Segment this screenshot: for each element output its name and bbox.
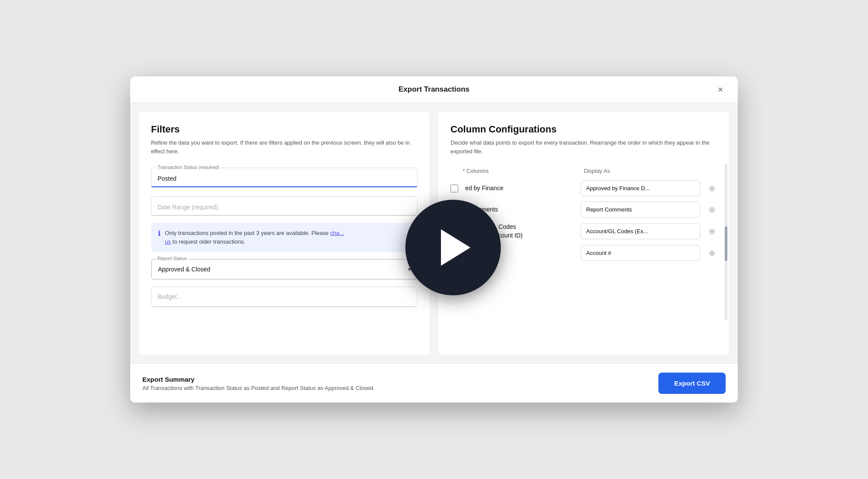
budget-input[interactable] — [151, 287, 417, 307]
export-csv-button[interactable]: Export CSV — [658, 373, 726, 394]
col-display-comments[interactable] — [581, 202, 700, 218]
transaction-status-field: Transaction Status (required) — [151, 168, 418, 188]
col-display-gl[interactable] — [581, 223, 700, 239]
scrollbar-track — [725, 164, 727, 320]
export-transactions-modal: Export Transactions × Filters Refine the… — [130, 76, 738, 403]
transaction-status-input[interactable] — [151, 168, 417, 187]
date-range-field — [151, 196, 418, 216]
drag-handle-icon[interactable]: ⊕ — [707, 182, 717, 195]
transaction-status-label: Transaction Status (required) — [156, 165, 221, 170]
col-display-account[interactable] — [581, 245, 700, 261]
col-display-finance[interactable] — [581, 180, 700, 196]
scrollbar-thumb[interactable] — [725, 226, 727, 261]
info-box: ℹ Only transactions posted in the past 3… — [151, 223, 418, 252]
drag-handle-icon[interactable]: ⊕ — [707, 203, 717, 216]
column-headers: * Columns Display As — [450, 168, 717, 174]
report-status-field: Report Status Approved & Closed Open Pen… — [151, 259, 418, 280]
contact-link[interactable]: cha...us — [165, 230, 344, 245]
filters-panel: Filters Refine the data you want to expo… — [139, 112, 430, 355]
modal-header: Export Transactions × — [130, 76, 738, 103]
drag-handle-icon[interactable]: ⊕ — [707, 225, 717, 238]
column-row: ed by Finance ⊕ — [450, 180, 717, 196]
columns-title: Column Configurations — [450, 124, 717, 135]
play-button[interactable] — [405, 200, 501, 295]
play-icon — [441, 229, 470, 266]
modal-title: Export Transactions — [398, 85, 469, 94]
modal-body: Filters Refine the data you want to expo… — [130, 103, 738, 363]
export-summary-desc: All Transactions with Transaction Status… — [142, 385, 375, 391]
col-checkbox-finance[interactable] — [450, 185, 458, 192]
modal-footer: Export Summary All Transactions with Tra… — [130, 363, 738, 403]
info-icon: ℹ — [158, 229, 161, 238]
date-range-input[interactable] — [151, 197, 417, 215]
col-name-finance: ed by Finance — [465, 184, 574, 193]
drag-handle-icon[interactable]: ⊕ — [707, 247, 717, 260]
col-header-columns: * Columns — [463, 168, 577, 174]
budget-field — [151, 287, 418, 307]
info-text: Only transactions posted in the past 3 y… — [165, 229, 344, 246]
columns-subtitle: Decide what data points to export for ev… — [450, 139, 717, 155]
export-summary: Export Summary All Transactions with Tra… — [142, 376, 375, 391]
report-status-wrapper: Report Status Approved & Closed Open Pen… — [151, 259, 418, 280]
filters-subtitle: Refine the data you want to export. If t… — [151, 139, 418, 155]
column-row: t Comments ⊕ — [450, 202, 717, 218]
col-header-display: Display As — [584, 168, 698, 174]
filters-title: Filters — [151, 124, 418, 135]
report-status-label: Report Status — [156, 256, 188, 261]
report-status-select[interactable]: Approved & Closed Open Pending — [151, 259, 417, 279]
export-summary-title: Export Summary — [142, 376, 375, 383]
close-button[interactable]: × — [713, 83, 727, 96]
